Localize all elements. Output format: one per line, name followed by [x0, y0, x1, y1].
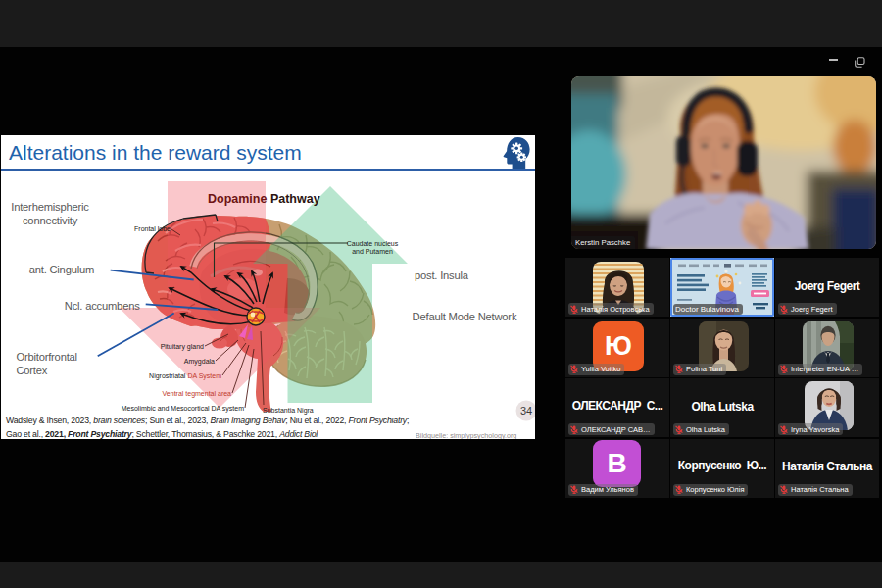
svg-text:connectivity: connectivity [23, 215, 78, 226]
svg-text:Pituitary gland: Pituitary gland [161, 343, 204, 351]
svg-text:Orbitorfrontal: Orbitorfrontal [16, 351, 76, 363]
svg-text:Cortex: Cortex [16, 365, 47, 376]
svg-text:Gao et al., 2021, Front Psychi: Gao et al., 2021, Front Psychiatry; Sche… [6, 429, 318, 439]
svg-text:Dopamine Pathway: Dopamine Pathway [208, 192, 320, 206]
svg-text:Interhemispheric: Interhemispheric [11, 201, 89, 213]
svg-text:Bildquelle: simplypsychology.o: Bildquelle: simplypsychology.org [416, 431, 516, 440]
svg-text:Mesolimbic and Mesocortical DA: Mesolimbic and Mesocortical DA system [122, 405, 244, 413]
svg-text:and Putamen: and Putamen [352, 248, 393, 255]
svg-text:Default Mode Network: Default Mode Network [413, 311, 517, 322]
svg-text:Caudate nucleus: Caudate nucleus [347, 240, 399, 247]
svg-text:Ncl. accumbens: Ncl. accumbens [65, 300, 140, 312]
svg-text:ant. Cingulum: ant. Cingulum [29, 264, 94, 275]
svg-text:post. Insula: post. Insula [415, 270, 469, 281]
svg-text:Nigrostriatal DA System: Nigrostriatal DA System [149, 372, 221, 380]
svg-text:34: 34 [520, 405, 532, 416]
svg-text:Amygdala: Amygdala [184, 358, 215, 366]
svg-text:Substantia Nigra: Substantia Nigra [263, 407, 314, 415]
svg-text:Wadsley & Ihsen, 2023, brain s: Wadsley & Ihsen, 2023, brain sciences; S… [6, 416, 409, 425]
svg-text:Frontal lobe: Frontal lobe [134, 225, 171, 232]
svg-text:Ventral tegmental area: Ventral tegmental area [163, 390, 232, 398]
